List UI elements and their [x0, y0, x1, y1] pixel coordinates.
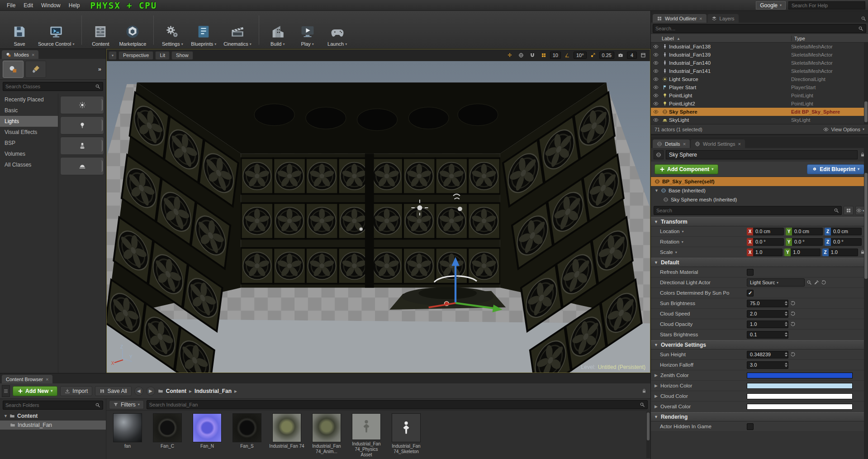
category-basic[interactable]: Basic	[0, 105, 58, 116]
sources-panel-toggle[interactable]	[2, 385, 10, 397]
actor-name-input[interactable]	[666, 150, 858, 159]
outliner-search-input[interactable]	[655, 26, 856, 31]
asset-tile-industrial-fan-74[interactable]: Industrial_Fan 74	[269, 413, 304, 456]
menu-file[interactable]: File	[3, 1, 19, 10]
spinner[interactable]	[784, 311, 788, 317]
visibility-eye-icon[interactable]	[651, 101, 661, 106]
colors-determined-checkbox[interactable]: ✓	[747, 290, 754, 296]
category-visual-effects[interactable]: Visual Effects	[0, 127, 58, 138]
place-mode-button[interactable]	[3, 61, 24, 78]
reset-to-default-icon[interactable]	[790, 311, 796, 316]
column-type[interactable]: Type	[791, 36, 868, 41]
filters-button[interactable]: Filters▾	[109, 400, 144, 409]
category-all-classes[interactable]: All Classes	[0, 159, 58, 170]
world-local-space-icon[interactable]	[516, 51, 526, 60]
import-button[interactable]: Import	[60, 386, 92, 396]
visibility-eye-icon[interactable]	[651, 109, 661, 115]
scale-snap-icon[interactable]	[588, 51, 598, 60]
outliner-row-industrial-fan140[interactable]: Industrial_Fan140 SkeletalMeshActor	[651, 59, 868, 67]
close-icon[interactable]: ×	[699, 16, 702, 21]
stars-brightness-input[interactable]: 0.1	[747, 331, 788, 339]
cloud-speed-input[interactable]: 2.0	[747, 310, 788, 318]
reset-to-default-icon[interactable]	[790, 321, 796, 327]
location-z-input[interactable]: Z0.0 cm	[825, 228, 862, 235]
scale-x-input[interactable]: X1.0	[747, 249, 783, 256]
overflow-chevron-icon[interactable]: »	[96, 66, 103, 72]
section-override-settings[interactable]: ▼ Override Settings	[651, 340, 868, 349]
add-component-button[interactable]: Add Component▾	[655, 164, 718, 174]
help-search-input[interactable]	[788, 1, 865, 10]
visibility-eye-icon[interactable]	[651, 52, 661, 57]
transform-gizmo-icon[interactable]	[505, 51, 515, 60]
section-transform[interactable]: ▼ Transform	[651, 217, 868, 226]
asset-tile-industrial-fan-74-anim[interactable]: Industrial_Fan 74_Anim...	[309, 413, 344, 456]
asset-tile-fan-c[interactable]: Fan_C	[150, 413, 185, 456]
expander-icon[interactable]: ▶	[655, 383, 658, 388]
spinner[interactable]	[784, 362, 788, 368]
paint-mode-button[interactable]	[25, 61, 46, 78]
tree-item-industrial-fan[interactable]: Industrial_Fan	[0, 421, 106, 430]
level-viewport[interactable]: ▾ Perspective Lit Show	[106, 49, 650, 373]
outliner-row-industrial-fan138[interactable]: Industrial_Fan138 SkeletalMeshActor	[651, 43, 868, 51]
search-classes-input[interactable]	[5, 84, 93, 89]
viewport-scene[interactable]: Level:Untitled (Persistent) Z Y X	[107, 61, 650, 373]
spinner[interactable]	[784, 331, 788, 338]
browse-to-asset-icon[interactable]	[806, 280, 812, 285]
reset-to-default-icon[interactable]	[790, 301, 796, 306]
sort-ascending-icon[interactable]: ▲	[677, 37, 680, 41]
viewport-options-button[interactable]: ▾	[109, 51, 117, 60]
content-button[interactable]: Content	[85, 13, 115, 48]
asset-tile-industrial-fan-74-physics[interactable]: Industrial_Fan 74_Physics Asset	[349, 413, 384, 456]
close-icon[interactable]: ×	[46, 377, 48, 382]
outliner-row-skylight[interactable]: SkyLight SkyLight	[651, 116, 868, 124]
reset-to-default-icon[interactable]	[821, 280, 826, 285]
close-icon[interactable]: ×	[32, 52, 34, 57]
cloud-opacity-input[interactable]: 1.0	[747, 320, 788, 328]
actor-hidden-checkbox[interactable]	[747, 423, 754, 430]
outliner-row-pointlight[interactable]: PointLight PointLight	[651, 91, 868, 100]
outliner-row-industrial-fan139[interactable]: Industrial_Fan139 SkeletalMeshActor	[651, 51, 868, 59]
panel-search-options-icon[interactable]	[861, 16, 866, 21]
refresh-material-checkbox[interactable]	[747, 269, 754, 276]
category-volumes[interactable]: Volumes	[0, 148, 58, 159]
expander-icon[interactable]: ▶	[655, 373, 658, 378]
rotation-y-input[interactable]: Y0.0 °	[786, 238, 823, 246]
camera-speed-icon[interactable]	[616, 51, 626, 60]
expander-icon[interactable]: ▶	[655, 394, 658, 398]
point-light-item[interactable]	[60, 116, 104, 134]
grid-snap-icon[interactable]	[539, 51, 549, 60]
outliner-row-light-source[interactable]: Light Source DirectionalLight	[651, 75, 868, 83]
spinner[interactable]	[784, 351, 788, 358]
section-default[interactable]: ▼ Default	[651, 258, 868, 267]
marketplace-button[interactable]: Marketplace	[115, 13, 150, 48]
horizon-color-swatch[interactable]	[747, 383, 853, 389]
search-folders-input[interactable]	[5, 402, 93, 408]
save-all-button[interactable]: Save All	[95, 386, 131, 396]
directional-light-actor-dropdown[interactable]: Light Source▾	[747, 278, 805, 287]
visibility-eye-icon[interactable]	[651, 76, 661, 82]
edit-blueprint-link[interactable]: Edit BP_Sky_Sphere	[791, 109, 868, 115]
launch-button[interactable]: Launch▾	[323, 13, 352, 48]
overall-color-swatch[interactable]	[747, 404, 853, 410]
outliner-scrollbar[interactable]	[864, 43, 868, 124]
outliner-row-industrial-fan141[interactable]: Industrial_Fan141 SkeletalMeshActor	[651, 67, 868, 75]
cinematics-button[interactable]: Cinematics▾	[220, 13, 255, 48]
settings-button[interactable]: Settings▾	[157, 13, 187, 48]
build-button[interactable]: Build▾	[263, 13, 293, 48]
pick-actor-eyedropper-icon[interactable]	[814, 280, 819, 285]
location-x-input[interactable]: X0.0 cm	[747, 228, 784, 235]
source-control-button[interactable]: Source Control▾	[34, 13, 78, 48]
category-recently-placed[interactable]: Recently Placed	[0, 94, 58, 105]
tab-details[interactable]: Details ×	[653, 139, 690, 148]
view-mode-lit-dropdown[interactable]: Lit	[155, 51, 170, 60]
section-rendering[interactable]: ▼ Rendering	[651, 412, 868, 421]
save-button[interactable]: Save	[5, 13, 34, 48]
expander-icon[interactable]: ▼	[655, 188, 659, 193]
tab-world-settings[interactable]: World Settings ×	[691, 139, 745, 148]
property-matrix-icon[interactable]	[844, 206, 854, 215]
asset-tile-fan[interactable]: fan	[110, 413, 145, 456]
tab-content-browser[interactable]: Content Browser ×	[2, 375, 52, 383]
spinner[interactable]	[784, 300, 788, 307]
rotation-snap-icon[interactable]	[562, 51, 572, 60]
close-icon[interactable]: ×	[683, 141, 686, 147]
